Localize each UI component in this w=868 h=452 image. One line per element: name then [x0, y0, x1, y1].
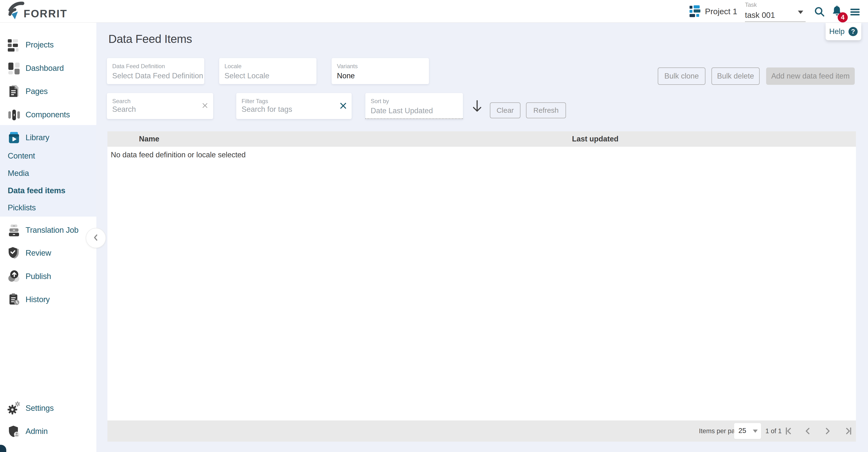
- page-title: Data Feed Items: [108, 32, 192, 46]
- sidebar-item-label: Picklists: [8, 203, 36, 212]
- chevron-down-icon: [753, 430, 758, 433]
- sidebar-item-label: Review: [26, 248, 51, 258]
- sidebar-item-history[interactable]: History: [7, 293, 50, 306]
- sidebar-item-data-feed-items[interactable]: Data feed items: [8, 186, 65, 195]
- data-feed-definition-placeholder: Select Data Feed Definition: [112, 71, 203, 80]
- sidebar-item-label: Projects: [26, 40, 54, 50]
- pages-document-icon: [7, 85, 21, 98]
- page-range-label: 1 of 1: [766, 420, 782, 442]
- search-label: Search: [112, 98, 130, 104]
- main-content: Data Feed Items Data Feed Definition Sel…: [96, 23, 868, 452]
- clear-tags-icon[interactable]: [339, 101, 348, 111]
- logo-wordmark: FORRIT: [24, 8, 67, 20]
- variants-label: Variants: [337, 63, 358, 70]
- locale-placeholder: Select Locale: [224, 71, 269, 80]
- sidebar-item-label: Admin: [26, 427, 48, 436]
- chevron-left-icon: [92, 233, 100, 243]
- sidebar-item-picklists[interactable]: Picklists: [8, 203, 36, 212]
- bulk-delete-button[interactable]: Bulk delete: [711, 67, 760, 85]
- sidebar-item-label: History: [26, 295, 50, 304]
- review-shield-check-icon: [7, 246, 21, 260]
- sidebar-item-label-selected: Data feed items: [8, 186, 65, 195]
- variants-value: None: [337, 71, 355, 80]
- chevron-down-icon: [798, 10, 803, 14]
- search-icon[interactable]: [813, 6, 825, 18]
- project-switcher[interactable]: Project 1: [705, 7, 737, 16]
- task-select-label: Task: [745, 1, 806, 8]
- clear-button[interactable]: Clear: [490, 102, 521, 118]
- sidebar-item-components[interactable]: Components: [7, 108, 70, 121]
- data-feed-items-table: Name Last updated No data feed definitio…: [107, 131, 856, 442]
- task-select-value: task 001: [745, 10, 806, 20]
- question-mark-icon: ?: [848, 27, 858, 36]
- sidebar-item-pages[interactable]: Pages: [7, 85, 48, 98]
- components-icon: [7, 108, 21, 121]
- projects-grid-icon: [7, 38, 21, 52]
- filter-tags-card: Filter Tags: [236, 93, 352, 119]
- sidebar: Projects Dashboard Pages: [0, 23, 96, 452]
- sidebar-item-label: Pages: [26, 87, 48, 96]
- hamburger-menu-icon[interactable]: [850, 9, 860, 16]
- next-page-button[interactable]: [822, 426, 833, 437]
- sidebar-item-publish[interactable]: Publish: [7, 270, 51, 283]
- sort-by-select[interactable]: Sort by Date Last Updated: [365, 93, 463, 119]
- sidebar-item-label: Publish: [26, 272, 51, 281]
- sidebar-item-label: Settings: [26, 403, 54, 413]
- search-field-card: Search: [107, 93, 213, 119]
- search-input[interactable]: [112, 105, 187, 114]
- filter-tags-label: Filter Tags: [242, 98, 268, 104]
- sidebar-item-media[interactable]: Media: [8, 169, 29, 178]
- locale-label: Locale: [224, 63, 242, 70]
- forrit-logo[interactable]: FORRIT: [7, 1, 62, 22]
- filter-tags-input[interactable]: [242, 105, 322, 114]
- data-feed-definition-label: Data Feed Definition: [112, 63, 165, 70]
- sidebar-item-dashboard[interactable]: Dashboard: [7, 61, 64, 75]
- locale-select[interactable]: Locale Select Locale: [219, 58, 316, 84]
- sidebar-item-label: Translation Job: [26, 225, 79, 235]
- sidebar-item-label: Content: [8, 151, 35, 160]
- sidebar-item-content[interactable]: Content: [8, 151, 35, 161]
- translation-job-stack-icon: [7, 223, 21, 237]
- add-new-data-feed-item-button[interactable]: Add new data feed item: [766, 67, 855, 85]
- sidebar-item-translation-job[interactable]: Translation Job: [7, 223, 79, 237]
- sidebar-item-projects[interactable]: Projects: [7, 38, 54, 52]
- help-popup[interactable]: Help ?: [826, 23, 861, 40]
- refresh-button[interactable]: Refresh: [526, 102, 566, 118]
- sort-by-label: Sort by: [371, 98, 389, 104]
- publish-upload-icon: [7, 270, 21, 283]
- sidebar-item-label: Media: [8, 169, 29, 178]
- sort-direction-arrow-icon[interactable]: [470, 99, 484, 115]
- sort-by-value: Date Last Updated: [371, 107, 433, 115]
- bulk-clone-button[interactable]: Bulk clone: [658, 67, 706, 85]
- dashboard-icon: [7, 61, 21, 75]
- help-label: Help: [829, 27, 845, 36]
- admin-shield-user-icon: [7, 425, 21, 438]
- history-clipboard-clock-icon: [7, 293, 21, 306]
- column-header-name: Name: [139, 131, 159, 147]
- project-grid-icon: [689, 5, 703, 19]
- task-select[interactable]: Task task 001: [745, 1, 806, 22]
- sidebar-item-settings[interactable]: Settings: [7, 401, 54, 415]
- settings-gear-icon: [7, 401, 21, 415]
- previous-page-button[interactable]: [803, 426, 813, 437]
- paginator: Items per page 25 1 of 1: [107, 420, 856, 442]
- table-header-row: Name Last updated: [107, 131, 856, 147]
- items-per-page-select[interactable]: 25: [734, 423, 761, 439]
- column-header-last-updated: Last updated: [572, 131, 619, 147]
- variants-select[interactable]: Variants None: [332, 58, 429, 84]
- clear-search-icon[interactable]: [200, 101, 209, 111]
- first-page-button[interactable]: [784, 426, 795, 437]
- sidebar-item-library[interactable]: Library: [7, 131, 50, 144]
- notification-badge[interactable]: 4: [838, 12, 848, 22]
- sidebar-item-label: Components: [26, 110, 70, 119]
- sidebar-item-label: Library: [26, 133, 50, 142]
- last-page-button[interactable]: [842, 426, 853, 437]
- sidebar-item-label: Dashboard: [26, 64, 64, 73]
- sidebar-item-review[interactable]: Review: [7, 246, 51, 260]
- empty-state-message: No data feed definition or locale select…: [111, 151, 246, 159]
- sidebar-collapse-button[interactable]: [86, 228, 106, 248]
- data-feed-definition-select[interactable]: Data Feed Definition Select Data Feed De…: [107, 58, 204, 84]
- sidebar-item-admin[interactable]: Admin: [7, 425, 48, 438]
- library-box-icon: [7, 131, 21, 144]
- items-per-page-value: 25: [738, 427, 746, 435]
